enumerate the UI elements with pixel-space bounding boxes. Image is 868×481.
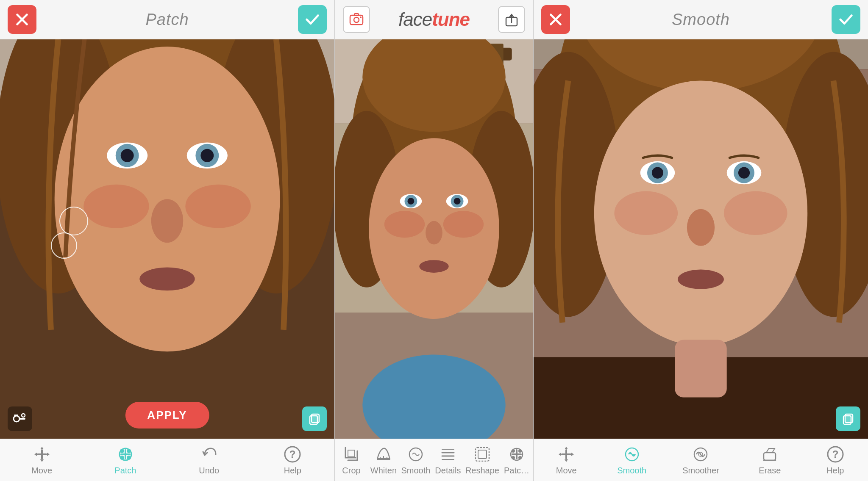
right-smooth-icon — [622, 445, 642, 464]
tool-help[interactable]: ? Help — [278, 445, 307, 475]
confirm-button[interactable] — [298, 5, 327, 34]
left-panel-title: Patch — [145, 11, 189, 29]
app-logo: facetune — [398, 9, 470, 30]
svg-point-73 — [512, 449, 515, 453]
details-icon — [438, 445, 458, 464]
right-erase-icon — [760, 445, 779, 464]
tool-move[interactable]: Move — [27, 445, 57, 475]
svg-rect-78 — [516, 449, 517, 459]
svg-point-20 — [14, 416, 19, 422]
svg-rect-71 — [478, 450, 487, 459]
svg-rect-27 — [37, 453, 47, 455]
help-label: Help — [284, 466, 301, 475]
patch-label: Patch — [114, 466, 136, 475]
camera-button[interactable] — [343, 6, 370, 33]
right-tool-help[interactable]: ? Help — [821, 445, 850, 475]
svg-point-76 — [518, 456, 522, 459]
svg-text:?: ? — [289, 448, 296, 460]
tool-smooth-center[interactable]: Smooth — [401, 445, 431, 475]
tool-patch-center[interactable]: Patc… — [502, 445, 531, 475]
svg-rect-101 — [845, 414, 853, 423]
right-move-icon — [556, 445, 576, 464]
center-panel: facetune — [334, 0, 534, 481]
svg-point-40 — [360, 17, 362, 18]
svg-point-17 — [139, 267, 195, 290]
svg-point-93 — [652, 167, 663, 178]
svg-point-30 — [127, 449, 131, 453]
right-header: Smooth — [534, 0, 868, 39]
right-tool-move[interactable]: Move — [551, 445, 581, 475]
patch-icon-center — [507, 445, 526, 464]
svg-rect-38 — [354, 14, 359, 16]
whiten-icon — [374, 445, 393, 464]
right-panel-title: Smooth — [672, 11, 730, 29]
move-icon — [32, 445, 52, 464]
svg-rect-34 — [125, 449, 126, 459]
adjust-icon-button[interactable] — [8, 406, 32, 431]
svg-rect-99 — [675, 340, 726, 398]
center-toolbar: Crop Whiten Smoot — [335, 439, 533, 481]
svg-point-97 — [687, 209, 715, 246]
details-label: Details — [435, 466, 461, 475]
svg-point-16 — [151, 199, 183, 243]
center-image-area — [335, 39, 533, 439]
svg-point-90 — [724, 191, 787, 235]
svg-point-53 — [384, 211, 425, 238]
svg-rect-107 — [764, 453, 776, 460]
face-photo-left — [0, 39, 334, 439]
apply-button[interactable]: APPLY — [125, 402, 209, 428]
svg-point-31 — [120, 456, 124, 460]
tool-undo[interactable]: Undo — [194, 445, 224, 475]
close-button[interactable] — [8, 5, 36, 34]
right-erase-label: Erase — [759, 466, 781, 475]
svg-point-39 — [354, 17, 359, 22]
tool-whiten[interactable]: Whiten — [369, 445, 398, 475]
svg-point-62 — [419, 260, 448, 273]
share-button[interactable] — [498, 6, 525, 33]
tool-reshape[interactable]: Reshape — [465, 445, 499, 475]
svg-rect-103 — [561, 453, 571, 455]
svg-point-32 — [127, 456, 131, 460]
svg-point-29 — [120, 449, 124, 453]
left-image-area: APPLY — [0, 39, 334, 439]
reshape-icon — [473, 445, 492, 464]
svg-rect-23 — [14, 415, 18, 416]
right-close-button[interactable] — [541, 5, 570, 34]
right-confirm-button[interactable] — [832, 5, 860, 34]
right-copy-button[interactable] — [836, 406, 860, 431]
copy-icon-button[interactable] — [302, 406, 327, 431]
left-panel: Patch — [0, 0, 334, 481]
right-image-area — [534, 39, 868, 439]
whiten-label: Whiten — [370, 466, 397, 475]
right-toolbar: Move Smooth Smoother — [534, 439, 868, 481]
right-help-icon: ? — [826, 445, 845, 464]
svg-point-96 — [738, 167, 750, 178]
svg-point-60 — [454, 198, 461, 205]
right-tool-erase[interactable]: Erase — [755, 445, 785, 475]
right-tool-smooth[interactable]: Smooth — [617, 445, 647, 475]
tool-crop[interactable]: Crop — [337, 445, 366, 475]
svg-text:?: ? — [832, 448, 838, 460]
tool-details[interactable]: Details — [433, 445, 463, 475]
right-help-label: Help — [826, 466, 844, 475]
tool-patch[interactable]: Patch — [111, 445, 140, 475]
left-toolbar: Move Patch — [0, 439, 334, 481]
svg-rect-25 — [312, 414, 319, 423]
svg-point-54 — [443, 211, 484, 238]
svg-rect-21 — [19, 418, 25, 420]
svg-point-57 — [407, 198, 414, 205]
right-move-label: Move — [556, 466, 577, 475]
crop-label: Crop — [342, 466, 360, 475]
left-header: Patch — [0, 0, 334, 39]
patch-center-label: Patc… — [504, 466, 529, 475]
smooth-icon-center — [406, 445, 426, 464]
svg-point-61 — [426, 221, 442, 245]
reshape-label: Reshape — [465, 466, 499, 475]
svg-point-18 — [83, 185, 149, 228]
move-label: Move — [31, 466, 52, 475]
right-tool-smoother[interactable]: Smoother — [682, 445, 719, 475]
right-smooth-label: Smooth — [617, 466, 646, 475]
patch-icon — [116, 445, 135, 464]
svg-point-12 — [121, 149, 134, 162]
svg-point-19 — [185, 185, 250, 228]
